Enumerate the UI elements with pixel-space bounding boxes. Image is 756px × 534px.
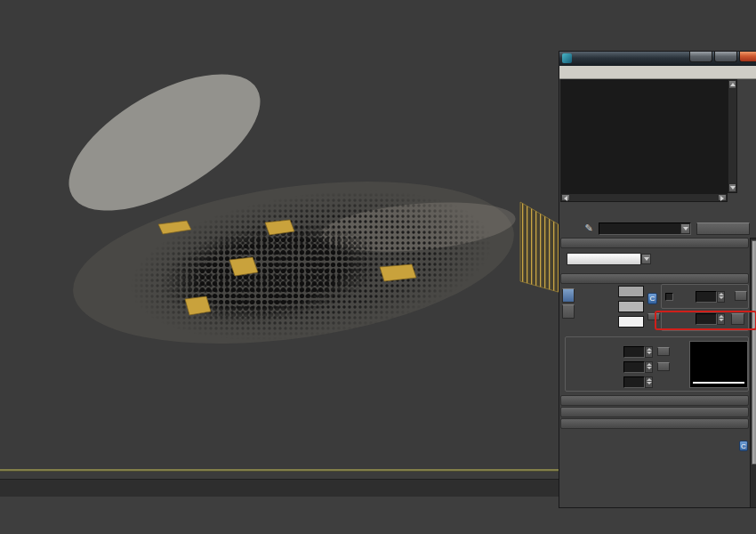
palette-hscrollbar[interactable] [560,193,728,202]
watermark-missyuan [748,4,753,16]
self-illum-value[interactable] [696,291,717,303]
close-button[interactable] [739,52,756,62]
glossiness-spinner[interactable] [645,361,653,373]
lock-ambient-diffuse-button[interactable] [562,288,575,303]
material-name-dropdown-arrow-icon[interactable] [680,223,690,234]
scroll-right-icon[interactable] [718,194,727,201]
scrollbar-thumb[interactable] [752,240,756,465]
lock-diffuse-specular-button[interactable] [562,304,575,319]
opacity-highlight-annotation [655,311,756,330]
menu-bar [559,66,756,79]
shader-type-dropdown-arrow-icon[interactable] [641,254,651,264]
palette-vscrollbar[interactable] [728,79,737,193]
shader-type-dropdown[interactable] [567,253,641,265]
rollout-maps[interactable] [560,418,749,429]
diffuse-map-lock-icon[interactable]: C [647,293,657,304]
wavy-surface-object[interactable] [0,0,587,469]
scroll-down-icon[interactable] [728,183,736,192]
soften-value[interactable] [623,376,645,388]
self-illum-color-checkbox[interactable] [665,293,673,301]
rollout-supersampling[interactable] [560,407,749,417]
title-bar[interactable] [559,52,756,67]
pick-material-eyedropper-icon[interactable]: ✎ [583,222,595,234]
material-type-button[interactable] [696,222,750,235]
minimize-button[interactable] [689,52,712,62]
material-sample-palette [560,79,728,193]
specular-level-value[interactable] [623,346,645,358]
scroll-up-icon[interactable] [728,80,736,89]
self-illum-map-button[interactable] [735,291,747,301]
rollout-shader-basic-params[interactable] [560,238,749,248]
ambient-color-swatch[interactable] [618,286,644,297]
max-app-icon [562,53,572,63]
logo-watermark [544,475,740,534]
glossiness-value[interactable] [623,361,645,373]
specular-level-map-button[interactable] [657,347,670,356]
material-name-dropdown[interactable] [599,222,691,235]
specular-color-swatch[interactable] [618,316,644,328]
rollout-scrollbar[interactable] [750,238,756,508]
material-editor-window: ✎ C [559,51,756,508]
scroll-left-icon[interactable] [561,194,570,201]
soften-spinner[interactable] [645,376,653,388]
glossiness-map-button[interactable] [657,362,670,371]
specular-level-spinner[interactable] [645,346,653,358]
highlight-curve-preview [689,341,748,388]
self-illum-spinner[interactable] [717,291,725,303]
rollout-blinn-basic-params[interactable] [560,273,749,284]
rollout-extended-params[interactable] [560,395,749,406]
application-window: ✎ C [0,0,756,534]
maps-lock-icon[interactable]: C [739,441,748,451]
maximize-button[interactable] [714,52,737,62]
diffuse-color-swatch[interactable] [618,301,644,312]
